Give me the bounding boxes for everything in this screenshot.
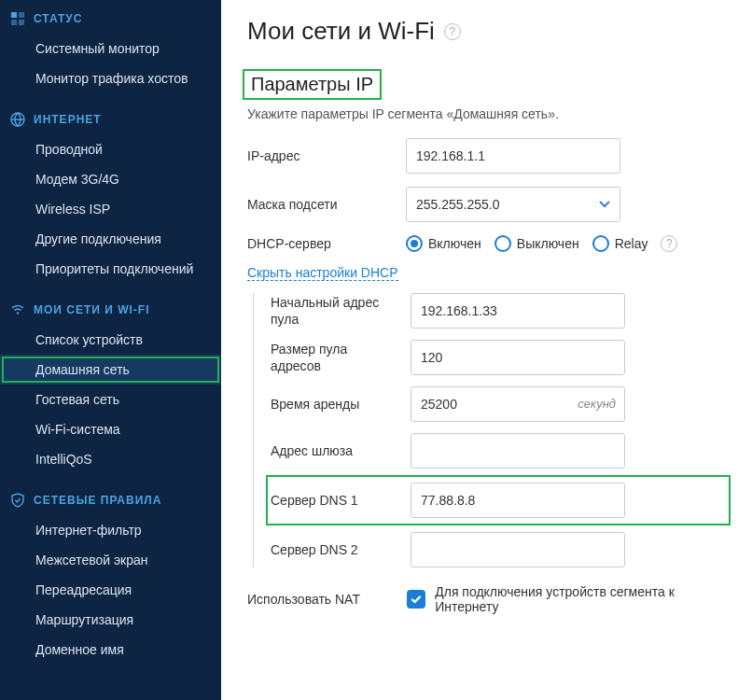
svg-rect-2 [11, 20, 17, 25]
svg-rect-3 [19, 20, 24, 25]
row-subnet-mask: Маска подсети 255.255.255.0 [247, 187, 726, 222]
pool-start-label: Начальный адрес пула [271, 294, 411, 328]
ip-label: IP-адрес [247, 147, 406, 164]
nav-item-other-conn[interactable]: Другие подключения [0, 224, 221, 254]
nav-item-wired[interactable]: Проводной [0, 134, 221, 164]
wifi-icon [9, 302, 26, 317]
row-ip-address: IP-адрес [247, 138, 726, 174]
row-lease-time: Время аренды секунд [271, 386, 726, 422]
dhcp-label: DHCP-сервер [247, 235, 406, 252]
radio-icon [494, 235, 511, 252]
lease-input[interactable] [411, 386, 625, 422]
dns2-label: Сервер DNS 2 [271, 541, 411, 558]
help-icon[interactable]: ? [661, 235, 677, 252]
globe-icon [9, 112, 26, 127]
nav-header-status[interactable]: СТАТУС [0, 4, 221, 34]
nav-item-device-list[interactable]: Список устройств [0, 325, 221, 355]
nav-item-port-forwarding[interactable]: Переадресация [0, 575, 221, 605]
nav-item-intelliqos[interactable]: IntelliQoS [0, 444, 221, 474]
nav-header-rules[interactable]: СЕТЕВЫЕ ПРАВИЛА [0, 485, 221, 515]
shield-icon [9, 493, 26, 508]
pool-size-label: Размер пула адресов [271, 341, 411, 374]
nav-header-networks[interactable]: МОИ СЕТИ И WI-FI [0, 295, 221, 325]
row-dns1: Сервер DNS 1 [271, 480, 726, 521]
nav-group-status: СТАТУС Системный монитор Монитор трафика… [0, 4, 221, 93]
dns2-input[interactable] [411, 532, 625, 567]
section-title-ip-params: Параметры IP [247, 74, 377, 95]
nav-item-system-monitor[interactable]: Системный монитор [0, 34, 221, 63]
page-title: Мои сети и Wi-Fi ? [247, 17, 726, 46]
nav-group-rules: СЕТЕВЫЕ ПРАВИЛА Интернет-фильтр Межсетев… [0, 485, 221, 665]
row-dns2: Сервер DNS 2 [271, 532, 726, 567]
nav-item-guest-network[interactable]: Гостевая сеть [0, 385, 221, 414]
main-content: Мои сети и Wi-Fi ? Параметры IP Укажите … [221, 0, 752, 700]
dns1-label: Сервер DNS 1 [271, 492, 411, 509]
radio-icon [406, 235, 423, 252]
help-icon[interactable]: ? [444, 23, 461, 40]
nav-group-networks: МОИ СЕТИ И WI-FI Список устройств Домашн… [0, 295, 221, 474]
dhcp-radio-on[interactable]: Включен [406, 235, 481, 252]
sidebar: СТАТУС Системный монитор Монитор трафика… [0, 0, 221, 700]
dns1-input[interactable] [411, 483, 625, 518]
nav-header-label: СЕТЕВЫЕ ПРАВИЛА [34, 494, 161, 507]
toggle-dhcp-settings-link[interactable]: Скрыть настройки DHCP [247, 265, 398, 281]
nav-header-label: СТАТУС [34, 12, 82, 25]
nat-checkbox[interactable] [407, 590, 425, 609]
nav-item-domain-name[interactable]: Доменное имя [0, 635, 221, 665]
nav-header-internet[interactable]: ИНТЕРНЕТ [0, 105, 221, 134]
mask-label: Маска подсети [247, 196, 406, 213]
dhcp-radio-off[interactable]: Выключен [494, 235, 579, 252]
chevron-down-icon [599, 201, 610, 208]
nav-item-wisp[interactable]: Wireless ISP [0, 194, 221, 224]
dhcp-settings-block: Начальный адрес пула Размер пула адресов… [253, 293, 726, 567]
nav-header-label: МОИ СЕТИ И WI-FI [34, 303, 150, 316]
row-nat: Использовать NAT Для подключения устройс… [247, 584, 726, 614]
svg-rect-0 [11, 12, 17, 18]
row-pool-start: Начальный адрес пула [271, 293, 726, 329]
svg-rect-1 [19, 12, 24, 18]
svg-point-5 [17, 312, 19, 314]
lease-label: Время аренды [271, 396, 411, 413]
ip-input[interactable] [406, 138, 620, 174]
nat-label: Использовать NAT [247, 592, 397, 607]
nav-item-wifi-system[interactable]: Wi-Fi-система [0, 414, 221, 444]
nav-group-internet: ИНТЕРНЕТ Проводной Модем 3G/4G Wireless … [0, 105, 221, 284]
nav-item-modem[interactable]: Модем 3G/4G [0, 164, 221, 194]
row-dhcp-server: DHCP-сервер Включен Выключен Relay ? [247, 235, 726, 252]
dhcp-radio-relay[interactable]: Relay [592, 235, 648, 252]
nat-desc: Для подключения устройств сегмента к Инт… [435, 584, 726, 614]
section-desc: Укажите параметры IP сегмента «Домашняя … [247, 106, 726, 121]
pool-size-input[interactable] [411, 340, 625, 375]
gateway-input[interactable] [411, 433, 625, 469]
nav-item-internet-filter[interactable]: Интернет-фильтр [0, 515, 221, 545]
mask-select[interactable]: 255.255.255.0 [406, 187, 620, 222]
row-gateway: Адрес шлюза [271, 433, 726, 469]
nav-item-traffic-monitor[interactable]: Монитор трафика хостов [0, 63, 221, 93]
gateway-label: Адрес шлюза [271, 442, 411, 459]
nav-item-home-network[interactable]: Домашняя сеть [0, 355, 221, 385]
nav-item-firewall[interactable]: Межсетевой экран [0, 545, 221, 575]
pool-start-input[interactable] [411, 293, 625, 329]
row-pool-size: Размер пула адресов [271, 340, 726, 375]
nav-header-label: ИНТЕРНЕТ [34, 113, 102, 126]
radio-icon [592, 235, 609, 252]
dashboard-icon [9, 11, 26, 26]
nav-item-routing[interactable]: Маршрутизация [0, 605, 221, 635]
nav-item-conn-priorities[interactable]: Приоритеты подключений [0, 254, 221, 284]
